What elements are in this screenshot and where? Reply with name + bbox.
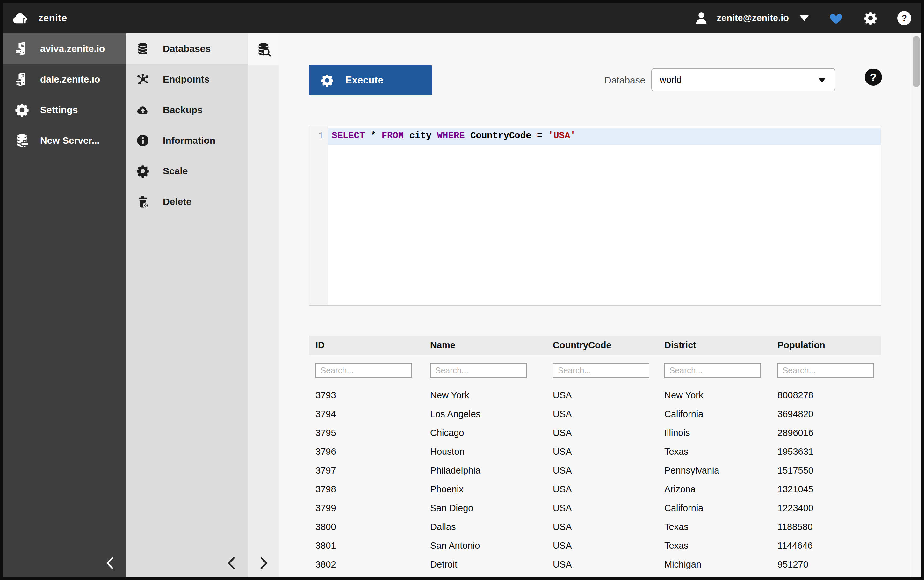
execute-button[interactable]: Execute xyxy=(309,65,432,95)
menu-item-databases[interactable]: Databases xyxy=(126,33,248,64)
tab-database-query[interactable] xyxy=(248,33,279,65)
sidebar-item-new-server[interactable]: New Server... xyxy=(3,125,126,156)
favorites-button[interactable] xyxy=(829,11,844,25)
cell-id: 3795 xyxy=(309,428,430,438)
cell-countrycode: USA xyxy=(553,503,664,513)
table-row[interactable]: 3794 Los Angeles USA California 3694820 xyxy=(309,405,881,423)
expand-tabstrip-button[interactable] xyxy=(256,556,271,570)
menu-item-information[interactable]: Information xyxy=(126,125,248,156)
chevron-left-icon xyxy=(103,556,118,570)
menu-item-backups[interactable]: Backups xyxy=(126,95,248,125)
table-row[interactable]: 3801 San Antonio USA Texas 1144646 xyxy=(309,536,881,555)
column-header-countrycode: CountryCode xyxy=(553,340,664,351)
sidebar-item-label: dale.zenite.io xyxy=(40,74,100,85)
app-window: zenite zenite@zenite.io ? aviva.zen xyxy=(3,3,921,577)
vertical-scrollbar[interactable] xyxy=(911,33,921,577)
scrollbar-thumb[interactable] xyxy=(913,36,920,87)
gear-icon xyxy=(863,11,878,25)
execute-button-label: Execute xyxy=(345,74,383,86)
cloud-logo-icon xyxy=(12,12,29,25)
database-select[interactable]: world xyxy=(651,68,835,91)
query-panel: Execute Database world ? 1 SELECT * FROM… xyxy=(279,33,921,577)
cell-name: Phoenix xyxy=(430,484,553,494)
cell-name: San Diego xyxy=(430,503,553,513)
table-row[interactable]: 3799 San Diego USA California 1223400 xyxy=(309,499,881,517)
cell-id: 3797 xyxy=(309,465,430,476)
search-input-id[interactable] xyxy=(316,363,412,378)
cell-countrycode: USA xyxy=(553,390,664,400)
cell-population: 2896016 xyxy=(778,428,881,438)
cell-name: San Antonio xyxy=(430,540,553,551)
user-icon xyxy=(694,11,709,25)
query-tabstrip xyxy=(248,33,279,577)
menu-item-label: Endpoints xyxy=(163,74,210,85)
menu-item-label: Backups xyxy=(163,104,203,115)
column-header-id: ID xyxy=(309,340,430,351)
cell-district: Texas xyxy=(664,447,778,457)
table-row[interactable]: 3802 Detroit USA Michigan 951270 xyxy=(309,555,881,574)
sidebar-item-label: aviva.zenite.io xyxy=(40,43,105,54)
sidebar-item-aviva-server[interactable]: aviva.zenite.io xyxy=(3,33,126,64)
menu-item-endpoints[interactable]: Endpoints xyxy=(126,64,248,95)
table-row[interactable]: 3800 Dallas USA Texas 1188580 xyxy=(309,517,881,536)
database-search-icon xyxy=(256,42,271,57)
chevron-right-icon xyxy=(256,556,271,570)
menu-item-label: Databases xyxy=(163,43,210,54)
brand: zenite xyxy=(3,12,67,25)
editor-code-area[interactable]: SELECT * FROM city WHERE CountryCode = '… xyxy=(328,126,881,305)
table-row[interactable]: 3798 Phoenix USA Arizona 1321045 xyxy=(309,480,881,499)
table-row[interactable]: 3797 Philadelphia USA Pennsylvania 15175… xyxy=(309,461,881,480)
brand-name: zenite xyxy=(38,12,67,24)
cell-district: California xyxy=(664,409,778,419)
menu-item-scale[interactable]: Scale xyxy=(126,156,248,186)
search-input-countrycode[interactable] xyxy=(553,363,649,378)
gear-icon xyxy=(15,103,29,117)
sidebar-item-label: Settings xyxy=(40,104,78,115)
sidebar-item-dale-server[interactable]: dale.zenite.io xyxy=(3,64,126,95)
query-help-button[interactable]: ? xyxy=(865,69,882,86)
settings-button[interactable] xyxy=(863,11,878,25)
cell-population: 1223400 xyxy=(778,503,881,513)
account-menu[interactable]: zenite@zenite.io xyxy=(694,11,809,25)
sidebar-item-settings[interactable]: Settings xyxy=(3,95,126,125)
results-table-header: ID Name CountryCode District Population xyxy=(309,336,881,355)
collapse-server-menu-button[interactable] xyxy=(224,556,239,570)
database-select-label: Database xyxy=(604,65,645,95)
cell-name: Philadelphia xyxy=(430,465,553,476)
cell-district: Pennsylvania xyxy=(664,465,778,476)
cell-population: 1953631 xyxy=(778,447,881,457)
table-row[interactable]: 3796 Houston USA Texas 1953631 xyxy=(309,442,881,461)
results-table-filter-row xyxy=(309,355,881,386)
cell-name: Detroit xyxy=(430,559,553,570)
menu-item-delete[interactable]: Delete xyxy=(126,186,248,217)
collapse-server-sidebar-button[interactable] xyxy=(103,556,118,570)
menu-item-label: Delete xyxy=(163,196,191,207)
cell-name: New York xyxy=(430,390,553,400)
sql-token: CountryCode = xyxy=(465,131,548,141)
cell-countrycode: USA xyxy=(553,484,664,494)
menu-item-label: Information xyxy=(163,135,215,146)
cell-population: 1188580 xyxy=(778,522,881,532)
cell-id: 3800 xyxy=(309,522,430,532)
sql-editor[interactable]: 1 SELECT * FROM city WHERE CountryCode =… xyxy=(309,125,881,306)
cell-district: Michigan xyxy=(664,559,778,570)
cell-id: 3802 xyxy=(309,559,430,570)
table-row[interactable]: 3793 New York USA New York 8008278 xyxy=(309,386,881,405)
endpoints-icon xyxy=(136,72,150,86)
table-row[interactable]: 3795 Chicago USA Illinois 2896016 xyxy=(309,423,881,442)
database-select-value: world xyxy=(659,74,682,85)
cell-name: Dallas xyxy=(430,522,553,532)
sql-token-keyword: FROM xyxy=(382,131,404,141)
caret-down-icon xyxy=(800,15,809,21)
cell-district: California xyxy=(664,503,778,513)
search-input-name[interactable] xyxy=(430,363,527,378)
sql-token-string: 'USA' xyxy=(548,131,576,141)
help-button[interactable]: ? xyxy=(897,11,911,25)
sql-token: * xyxy=(365,131,381,141)
cell-countrycode: USA xyxy=(553,447,664,457)
search-input-population[interactable] xyxy=(778,363,874,378)
search-input-district[interactable] xyxy=(664,363,761,378)
content: aviva.zenite.io dale.zenite.io Settings … xyxy=(3,33,921,577)
results-table-body: 3793 New York USA New York 8008278 3794 … xyxy=(309,386,881,574)
menu-item-label: Scale xyxy=(163,166,187,176)
